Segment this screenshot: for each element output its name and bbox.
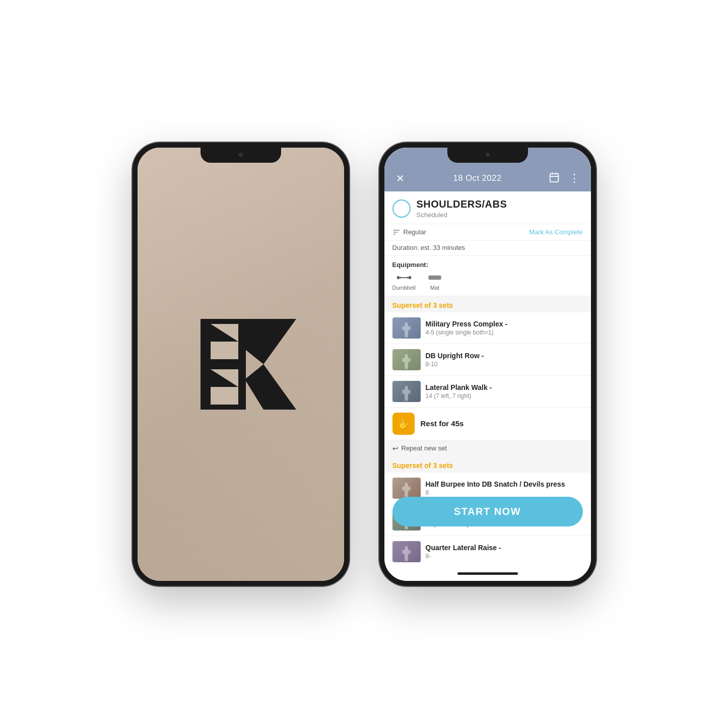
exercise-4-thumbnail [392, 478, 421, 499]
svg-rect-10 [550, 173, 559, 182]
exercise-3-thumbnail [392, 381, 421, 402]
equipment-dumbbell: Dumbbell [392, 273, 416, 291]
duration-row: Duration: est. 33 minutes [384, 241, 591, 256]
mat-icon [428, 273, 442, 283]
exercise-quarter-lateral-raise[interactable]: Quarter Lateral Raise - 8- [384, 536, 591, 567]
superset-2-header: Superset of 3 sets [384, 456, 591, 473]
home-bar [384, 567, 591, 581]
workout-circle-icon [392, 200, 411, 218]
exercise-6-detail: 8- [426, 553, 583, 560]
svg-rect-21 [409, 276, 411, 279]
mat-label: Mat [430, 285, 439, 291]
exercise-2-info: DB Upright Row - 8-10 [426, 352, 583, 368]
exercise-4-detail: 8 [426, 489, 583, 496]
exercise-1-name: Military Press Complex - [426, 320, 583, 328]
exercise-4-info: Half Burpee Into DB Snatch / Devils pres… [426, 480, 583, 496]
exercise-2-name: DB Upright Row - [426, 352, 583, 360]
dumbbell-label: Dumbbell [392, 285, 416, 291]
svg-rect-17 [397, 276, 399, 279]
rest-icon-box-1: ✋ [392, 413, 415, 435]
start-now-container: START NOW [392, 497, 583, 526]
start-now-button[interactable]: START NOW [392, 497, 583, 526]
home-indicator [457, 572, 518, 575]
exercise-3-detail: 14 (7 left, 7 right) [426, 392, 583, 400]
svg-rect-20 [407, 277, 409, 278]
workout-content[interactable]: Superset of 3 sets Military Press Comple… [384, 296, 591, 567]
left-phone [133, 143, 349, 586]
nav-actions: ⋮ [546, 172, 582, 185]
right-phone: ✕ 18 Oct 2022 ⋮ SHOULDERS/ABS Sche [379, 143, 596, 586]
svg-marker-2 [245, 319, 296, 364]
top-navigation: ✕ 18 Oct 2022 ⋮ [384, 168, 591, 191]
equipment-mat: Mat [428, 273, 442, 291]
dumbbell-icon [397, 273, 411, 283]
rest-label-1: Rest for 45s [421, 419, 464, 428]
exercise-6-info: Quarter Lateral Raise - 8- [426, 544, 583, 560]
mark-complete-button[interactable]: Mark As Complete [529, 228, 582, 236]
exercise-military-press[interactable]: Military Press Complex - 4-5 (single sin… [384, 312, 591, 344]
equipment-list: Dumbbell Mat [392, 273, 583, 291]
exercise-db-upright-row[interactable]: DB Upright Row - 8-10 [384, 344, 591, 376]
info-row: Regular Mark As Complete [384, 224, 591, 241]
exercise-1-detail: 4-5 (single single both=1) [426, 329, 583, 336]
svg-marker-3 [245, 364, 296, 410]
rest-item-1: ✋ Rest for 45s [384, 408, 591, 440]
exercise-1-info: Military Press Complex - 4-5 (single sin… [426, 320, 583, 336]
hand-icon-1: ✋ [396, 417, 410, 430]
equipment-section: Equipment: Dumbbell [384, 256, 591, 296]
workout-title-block: SHOULDERS/ABS Scheduled [417, 198, 507, 219]
close-button[interactable]: ✕ [392, 172, 409, 184]
status-bar [384, 148, 591, 168]
repeat-text-1: Repeat new set [402, 444, 447, 452]
equipment-label: Equipment: [392, 261, 583, 269]
k-logo [185, 309, 296, 420]
exercise-3-name: Lateral Plank Walk - [426, 383, 583, 391]
exercise-lateral-plank-walk[interactable]: Lateral Plank Walk - 14 (7 left, 7 right… [384, 376, 591, 408]
workout-type-label: Regular [404, 228, 427, 236]
repeat-row-1: ↩ Repeat new set [384, 440, 591, 456]
exercise-3-info: Lateral Plank Walk - 14 (7 left, 7 right… [426, 383, 583, 400]
exercise-4-name: Half Burpee Into DB Snatch / Devils pres… [426, 480, 583, 488]
calendar-icon[interactable] [546, 172, 562, 185]
workout-title: SHOULDERS/ABS [417, 198, 507, 210]
exercise-1-thumbnail [392, 317, 421, 339]
exercise-2-detail: 8-10 [426, 361, 583, 368]
exercise-6-name: Quarter Lateral Raise - [426, 544, 583, 552]
repeat-icon-1: ↩ [392, 444, 399, 452]
duration-text: Duration: est. 33 minutes [392, 244, 466, 251]
workout-status: Scheduled [417, 211, 507, 219]
workout-header: SHOULDERS/ABS Scheduled [384, 191, 591, 224]
more-icon[interactable]: ⋮ [566, 172, 582, 185]
nav-date: 18 Oct 2022 [453, 173, 502, 183]
exercise-2-thumbnail [392, 349, 421, 370]
exercise-6-thumbnail [392, 541, 421, 562]
sort-icon [392, 228, 401, 236]
workout-type: Regular [392, 228, 427, 236]
superset-1-header: Superset of 3 sets [384, 296, 591, 312]
svg-rect-23 [429, 276, 440, 278]
